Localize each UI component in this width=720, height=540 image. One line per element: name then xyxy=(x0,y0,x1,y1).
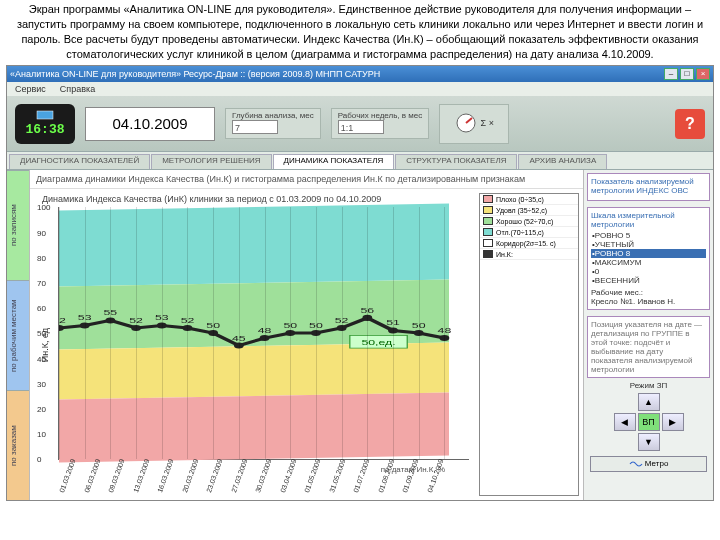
nav-up[interactable]: ▲ xyxy=(638,393,660,411)
main-panel: Диаграмма динамики Индекса Качества (Ин.… xyxy=(29,170,583,500)
scale-item[interactable]: •0 xyxy=(591,267,706,276)
y-tick: 0 xyxy=(37,455,41,464)
svg-rect-0 xyxy=(37,111,53,119)
legend-row: Хорошо (52÷70,с) xyxy=(480,216,578,227)
legend-row: Плохо (0÷35,с) xyxy=(480,194,578,205)
vtab-workplaces[interactable]: по рабочим местам xyxy=(7,280,29,390)
y-tick: 60 xyxy=(37,304,46,313)
nav-center[interactable]: ВП xyxy=(638,413,660,431)
tab-archive[interactable]: АРХИВ АНАЛИЗА xyxy=(518,154,607,169)
depth-field[interactable]: 7 xyxy=(232,120,278,134)
y-tick: 80 xyxy=(37,253,46,262)
gauge-icon[interactable] xyxy=(455,112,477,134)
legend-row: Отл.(70÷115,с) xyxy=(480,227,578,238)
x-tick: 01.05.2009 xyxy=(303,458,322,493)
tab-dynamics[interactable]: ДИНАМИКА ПОКАЗАТЕЛЯ xyxy=(273,154,395,169)
monitor-icon xyxy=(36,110,54,120)
x-tick: 27.03.2009 xyxy=(230,458,249,493)
depth-label: Глубина анализа, мес xyxy=(232,111,314,120)
scale-heading: Шкала измерительной метрологии xyxy=(591,211,706,229)
x-labels: 01.03.200906.03.200909.03.200913.03.2009… xyxy=(58,462,449,498)
scale-item[interactable]: •РОВНО 5 xyxy=(591,231,706,240)
scale-item[interactable]: •РОВНО 8 xyxy=(591,249,706,258)
nav-pad: ▲ ◀ ВП ▶ ▼ xyxy=(614,393,684,451)
mode-label: Режим ЗП xyxy=(584,381,713,390)
y-tick: 20 xyxy=(37,404,46,413)
metro-label: Метро xyxy=(645,459,669,468)
legend-label: Ин.К: xyxy=(496,251,513,258)
y-tick: 50 xyxy=(37,329,46,338)
y-tick: 10 xyxy=(37,430,46,439)
waves-icon xyxy=(629,459,643,469)
legend-row: Удовл (35÷52,с) xyxy=(480,205,578,216)
chart-plot: 5253555253525045485050525651504850,ед. 0… xyxy=(58,207,469,460)
legend-label: Коридор(2σ=15. с) xyxy=(496,240,556,247)
menubar: Сервис Справка xyxy=(7,82,713,96)
x-tick: 06.03.2009 xyxy=(83,458,102,493)
x-tick: 03.04.2009 xyxy=(279,458,298,493)
indicator-box: Показатель анализируемой метрологии ИНДЕ… xyxy=(587,173,710,201)
content-area: по записям по рабочим местам по заказам … xyxy=(7,170,713,500)
x-tick: 09.03.2009 xyxy=(107,458,126,493)
analysis-date[interactable]: 04.10.2009 xyxy=(85,107,215,141)
weeks-label: Рабочих недель, в мес xyxy=(338,111,422,120)
x-tick: 01.09.2009 xyxy=(401,458,420,493)
scale-item[interactable]: •МАКСИМУМ xyxy=(591,258,706,267)
weeks-field[interactable]: 1:1 xyxy=(338,120,384,134)
tabstrip: ДИАГНОСТИКА ПОКАЗАТЕЛЕЙ МЕТРОЛОГИЯ РЕШЕН… xyxy=(7,152,713,170)
menu-service[interactable]: Сервис xyxy=(15,84,46,94)
close-button[interactable]: × xyxy=(696,68,710,80)
tab-diagnostics[interactable]: ДИАГНОСТИКА ПОКАЗАТЕЛЕЙ xyxy=(9,154,150,169)
vtab-orders[interactable]: по заказам xyxy=(7,390,29,500)
metro-button[interactable]: Метро xyxy=(590,456,707,472)
clock-time: 16:38 xyxy=(25,122,64,137)
tab-metrology[interactable]: МЕТРОЛОГИЯ РЕШЕНИЯ xyxy=(151,154,271,169)
scale-list[interactable]: •РОВНО 5•УЧЕТНЫЙ•РОВНО 8•МАКСИМУМ•0•ВЕСЕ… xyxy=(591,231,706,285)
y-tick: 90 xyxy=(37,228,46,237)
right-pane: Показатель анализируемой метрологии ИНДЕ… xyxy=(583,170,713,500)
clock-widget: 16:38 xyxy=(15,104,75,144)
panel-subtitle: Диаграмма динамики Индекса Качества (Ин.… xyxy=(30,170,583,189)
x-tick: 13.03.2009 xyxy=(132,458,151,493)
workplace-label: Рабочие мес.: xyxy=(591,288,706,297)
chart-container: Динамика Индекса Качества (ИнК) клиники … xyxy=(30,189,475,500)
x-tick: 01.03.2009 xyxy=(58,458,77,493)
minimize-button[interactable]: – xyxy=(664,68,678,80)
workplace-value: Кресло №1. Иванов Н. xyxy=(591,297,706,306)
vtab-records[interactable]: по записям xyxy=(7,170,29,280)
window-title: «Аналитика ON-LINE для руководителя» Рес… xyxy=(10,69,380,79)
depth-group: Глубина анализа, мес 7 xyxy=(225,108,321,139)
nav-down[interactable]: ▼ xyxy=(638,433,660,451)
nav-left[interactable]: ◀ xyxy=(614,413,636,431)
toolbar: 16:38 04.10.2009 Глубина анализа, мес 7 … xyxy=(7,96,713,152)
legend-swatch xyxy=(483,239,493,247)
legend-swatch xyxy=(483,206,493,214)
toggle-group: Σ × xyxy=(439,104,509,144)
scale-item[interactable]: •УЧЕТНЫЙ xyxy=(591,240,706,249)
x-tick: 01.07.2009 xyxy=(352,458,371,493)
help-button[interactable]: ? xyxy=(675,109,705,139)
maximize-button[interactable]: □ xyxy=(680,68,694,80)
x-tick: 23.03.2009 xyxy=(205,458,224,493)
legend-row: Коридор(2σ=15. с) xyxy=(480,238,578,249)
tab-structure[interactable]: СТРУКТУРА ПОКАЗАТЕЛЯ xyxy=(395,154,517,169)
legend-swatch xyxy=(483,250,493,258)
nav-right[interactable]: ▶ xyxy=(662,413,684,431)
legend-swatch xyxy=(483,228,493,236)
scale-box: Шкала измерительной метрологии •РОВНО 5•… xyxy=(587,207,710,310)
weeks-group: Рабочих недель, в мес 1:1 xyxy=(331,108,429,139)
x-tick: 30.03.2009 xyxy=(254,458,273,493)
menu-help[interactable]: Справка xyxy=(60,84,95,94)
y-tick: 70 xyxy=(37,278,46,287)
scale-item[interactable]: •ВЕСЕННИЙ xyxy=(591,276,706,285)
x-tick: 16.03.2009 xyxy=(156,458,175,493)
x-tick: 20.03.2009 xyxy=(181,458,200,493)
y-tick: 40 xyxy=(37,354,46,363)
window-buttons: – □ × xyxy=(664,68,710,80)
legend-label: Удовл (35÷52,с) xyxy=(496,207,547,214)
legend-label: Отл.(70÷115,с) xyxy=(496,229,544,236)
legend: Плохо (0÷35,с)Удовл (35÷52,с)Хорошо (52÷… xyxy=(479,193,579,496)
app-window: «Аналитика ON-LINE для руководителя» Рес… xyxy=(6,65,714,501)
legend-swatch xyxy=(483,195,493,203)
legend-row: Ин.К: xyxy=(480,249,578,260)
